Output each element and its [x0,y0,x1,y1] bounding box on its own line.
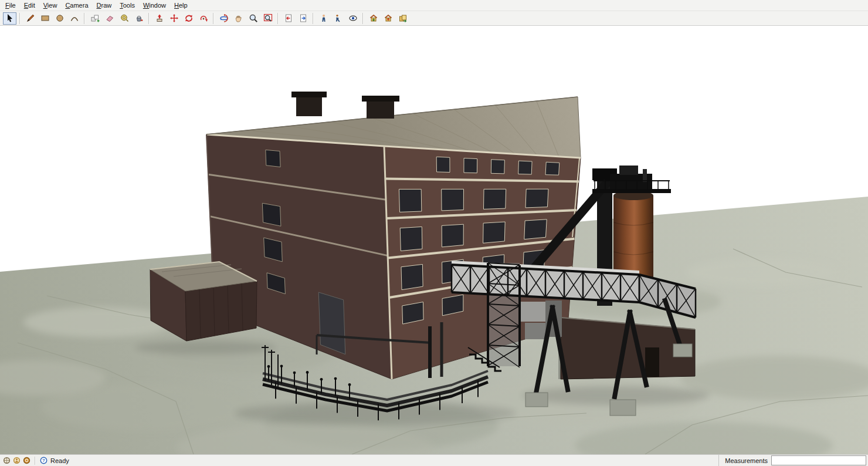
menu-edit[interactable]: Edit [20,1,39,10]
geolocation-icon[interactable] [2,456,11,465]
model-info-icon[interactable] [22,456,31,465]
zoom-icon [249,13,258,23]
rectangle-tool-button[interactable] [38,12,52,25]
line-tool-button[interactable] [23,12,37,25]
zoom-tool-button[interactable] [246,12,260,25]
svg-text:?: ? [42,458,45,463]
eraser-tool-button[interactable] [103,12,116,25]
status-bar: ? Ready Measurements [0,454,868,466]
previousview-icon [284,13,293,23]
makecomponent-icon [90,13,100,23]
toolbar-separator [148,13,150,24]
toolbar-separator [362,13,364,24]
tapemeasure-tool-button[interactable] [117,12,131,25]
tapemeasure-icon [120,13,129,23]
sendmodel-tool-button[interactable] [396,12,409,25]
walk-icon [334,13,343,23]
paintbucket-tool-button[interactable] [132,12,145,25]
select-tool-button[interactable] [3,12,16,25]
makecomponent-tool-button[interactable] [88,12,101,25]
status-separator [35,457,36,465]
rotate-icon [184,13,194,23]
toolbar [0,11,868,26]
sharemodel-icon [384,13,393,23]
annex-building[interactable] [150,262,257,341]
move-icon [169,13,179,23]
arc-icon [70,13,79,23]
zoomextents-icon [263,13,273,23]
move-tool-button[interactable] [167,12,181,25]
lookaround-icon [348,13,358,23]
context-help-icon[interactable]: ? [39,456,48,465]
claim-credit-icon[interactable] [12,456,21,465]
paintbucket-icon [134,13,144,23]
toolbar-separator [313,13,314,24]
menu-file[interactable]: File [1,1,20,10]
rectangle-icon [40,13,50,23]
zoomextents-tool-button[interactable] [261,12,274,25]
toolbar-separator [213,13,214,24]
walk-tool-button[interactable] [331,12,345,25]
circle-icon [55,13,65,23]
menu-view[interactable]: View [39,1,62,10]
toolbar-separator [277,13,279,24]
pan-icon [234,13,243,23]
nextview-icon [299,13,308,23]
status-text: Ready [50,457,69,464]
drawing-area[interactable] [0,26,868,454]
sketchup-window: FileEditViewCameraDrawToolsWindowHelp [0,0,868,466]
orbit-tool-button[interactable] [217,12,230,25]
measurements-input[interactable] [771,455,866,465]
measurements-label: Measurements [725,457,768,464]
orbit-icon [219,13,229,23]
menu-camera[interactable]: Camera [61,1,92,10]
eraser-icon [105,13,114,23]
sendmodel-icon [398,13,408,23]
menu-window[interactable]: Window [139,1,170,10]
select-icon [5,13,15,23]
getmodels-icon [369,13,378,23]
chimney-1 [291,92,327,116]
getmodels-tool-button[interactable] [367,12,380,25]
arc-tool-button[interactable] [67,12,81,25]
chimney-2 [362,96,399,119]
measurements-section: Measurements [718,455,866,466]
previousview-tool-button[interactable] [282,12,295,25]
offset-icon [199,13,208,23]
circle-tool-button[interactable] [53,12,66,25]
nextview-tool-button[interactable] [296,12,310,25]
toolbar-separator [19,13,21,24]
pushpull-icon [155,13,164,23]
rotate-tool-button[interactable] [182,12,195,25]
menu-bar: FileEditViewCameraDrawToolsWindowHelp [0,0,868,11]
positioncamera-tool-button[interactable] [317,12,330,25]
sharemodel-tool-button[interactable] [381,12,395,25]
offset-tool-button[interactable] [196,12,210,25]
menu-tools[interactable]: Tools [116,1,139,10]
toolbar-separator [84,13,85,24]
positioncamera-icon [319,13,328,23]
3d-viewport[interactable] [0,26,868,454]
menu-help[interactable]: Help [170,1,192,10]
pushpull-tool-button[interactable] [152,12,166,25]
lookaround-tool-button[interactable] [346,12,360,25]
menu-draw[interactable]: Draw [93,1,116,10]
line-icon [26,13,35,23]
pan-tool-button[interactable] [232,12,245,25]
